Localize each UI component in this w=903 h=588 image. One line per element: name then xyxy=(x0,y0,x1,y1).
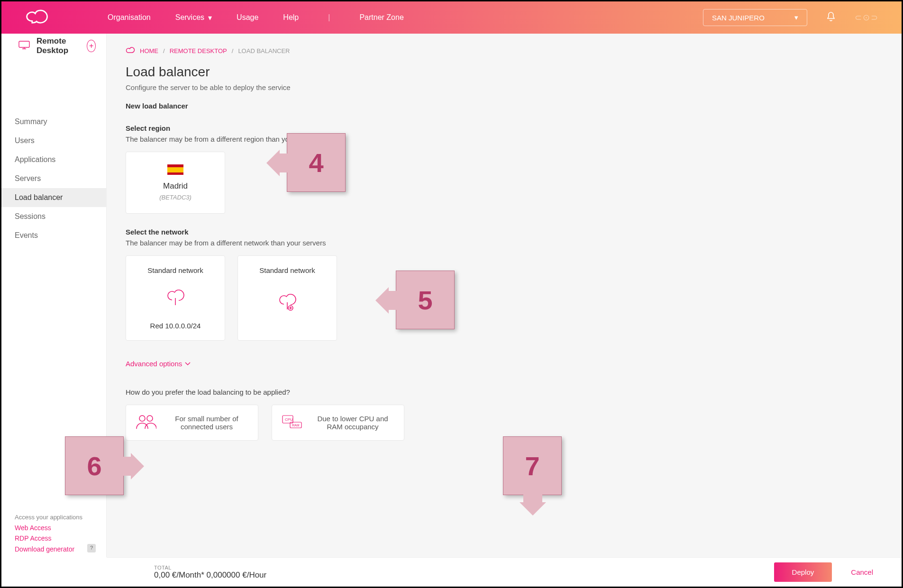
chevron-down-icon: ▾ xyxy=(794,13,798,22)
spain-flag-icon xyxy=(167,164,183,175)
logo-icon xyxy=(24,8,51,27)
pref-card-cpu-ram-text: Due to lower CPU and RAM occupancy xyxy=(311,415,394,431)
svg-text:CPU: CPU xyxy=(285,417,293,422)
advanced-options-label: Advanced options xyxy=(126,360,182,368)
link-web-access[interactable]: Web Access xyxy=(15,523,96,533)
network-card-1-title: Standard network xyxy=(131,266,220,274)
sidebar-item-summary[interactable]: Summary xyxy=(1,112,106,131)
add-button[interactable]: + xyxy=(87,40,96,52)
network-card-2-title: Standard network xyxy=(243,266,332,274)
page-title: Load balancer xyxy=(126,64,883,80)
network-help: The balancer may be from a different net… xyxy=(126,239,883,247)
cancel-button[interactable]: Cancel xyxy=(851,568,873,576)
remote-desktop-icon xyxy=(18,41,30,51)
org-dropdown[interactable]: SAN JUNIPERO ▾ xyxy=(703,9,807,26)
org-dropdown-value: SAN JUNIPERO xyxy=(712,14,765,22)
chevron-down-icon: ▾ xyxy=(208,13,212,22)
network-icon xyxy=(165,289,185,307)
users-icon xyxy=(136,414,156,432)
breadcrumb-remote-desktop[interactable]: REMOTE DESKTOP xyxy=(170,47,227,54)
sidebar-item-applications[interactable]: Applications xyxy=(1,150,106,169)
lb-preference-question: How do you prefer the load balancing to … xyxy=(126,388,883,396)
total-value: 0,00 €/Month* 0,000000 €/Hour xyxy=(154,570,266,580)
brand-mark-icon: ⊂⊙⊃ xyxy=(855,12,879,23)
nav-help[interactable]: Help xyxy=(283,13,299,22)
network-card-2[interactable]: Standard network xyxy=(237,255,337,341)
sidebar: Remote Desktop + Summary Users Applicati… xyxy=(1,34,107,557)
footer-bar: TOTAL 0,00 €/Month* 0,000000 €/Hour Depl… xyxy=(107,557,902,587)
network-card-1[interactable]: Standard network Red 10.0.0.0/24 xyxy=(126,255,225,341)
sidebar-item-load-balancer[interactable]: Load balancer xyxy=(1,188,106,207)
region-label: Select region xyxy=(126,124,883,132)
svg-point-7 xyxy=(147,416,153,421)
cloud-icon xyxy=(126,47,135,55)
total-label: TOTAL xyxy=(154,565,266,570)
svg-point-6 xyxy=(139,416,145,421)
link-download-generator[interactable]: Download generator ? xyxy=(15,544,96,554)
sidebar-title: Remote Desktop xyxy=(36,36,80,55)
nav-usage[interactable]: Usage xyxy=(237,13,258,22)
breadcrumb-current: LOAD BALANCER xyxy=(238,47,290,54)
page-subtitle: Configure the server to be able to deplo… xyxy=(126,83,883,91)
pref-card-users-text: For small number of connected users xyxy=(165,415,248,431)
top-header: Organisation Services ▾ Usage Help | Par… xyxy=(1,1,902,34)
region-card-madrid[interactable]: Madrid (BETADC3) xyxy=(126,152,225,214)
notifications-icon[interactable] xyxy=(826,11,836,24)
pref-card-users[interactable]: For small number of connected users xyxy=(126,405,258,441)
nav-divider: | xyxy=(328,13,330,22)
network-add-icon xyxy=(277,294,297,311)
nav-services-label: Services xyxy=(175,13,204,22)
sidebar-item-events[interactable]: Events xyxy=(1,226,106,245)
sidebar-item-users[interactable]: Users xyxy=(1,131,106,150)
sidebar-footer-hint: Access your applications xyxy=(15,514,96,521)
cpu-ram-icon: CPURAM xyxy=(282,414,302,432)
svg-text:RAM: RAM xyxy=(292,424,300,427)
link-download-generator-label: Download generator xyxy=(15,545,74,553)
main-content: HOME / REMOTE DESKTOP / LOAD BALANCER Lo… xyxy=(107,34,902,557)
network-card-1-detail: Red 10.0.0.0/24 xyxy=(131,322,220,330)
deploy-button[interactable]: Deploy xyxy=(774,562,832,582)
advanced-options-toggle[interactable]: Advanced options xyxy=(126,360,191,368)
section-new-lb: New load balancer xyxy=(126,102,883,110)
region-card-code: (BETADC3) xyxy=(131,194,220,201)
nav-organisation[interactable]: Organisation xyxy=(108,13,151,22)
pref-card-cpu-ram[interactable]: CPURAM Due to lower CPU and RAM occupanc… xyxy=(272,405,404,441)
sidebar-item-servers[interactable]: Servers xyxy=(1,169,106,188)
sidebar-item-sessions[interactable]: Sessions xyxy=(1,207,106,226)
region-help: The balancer may be from a different reg… xyxy=(126,135,883,143)
network-label: Select the network xyxy=(126,228,883,236)
help-icon[interactable]: ? xyxy=(87,544,96,552)
link-rdp-access[interactable]: RDP Access xyxy=(15,533,96,543)
main-nav: Organisation Services ▾ Usage Help | Par… xyxy=(108,13,404,22)
chevron-down-icon xyxy=(185,362,191,366)
region-card-name: Madrid xyxy=(131,181,220,191)
nav-partner[interactable]: Partner Zone xyxy=(359,13,403,22)
svg-rect-0 xyxy=(19,41,29,47)
breadcrumb-home[interactable]: HOME xyxy=(140,47,158,54)
breadcrumb: HOME / REMOTE DESKTOP / LOAD BALANCER xyxy=(126,47,883,55)
nav-services[interactable]: Services ▾ xyxy=(175,13,212,22)
